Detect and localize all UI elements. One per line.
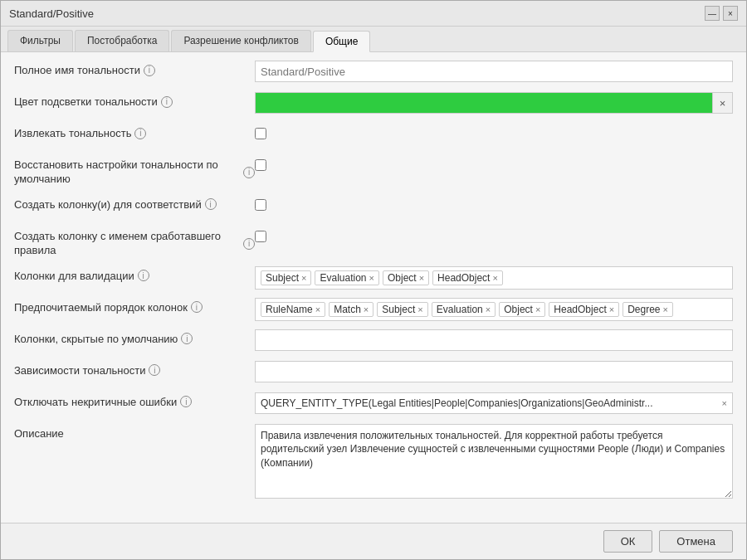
preferred-order-tags-container[interactable]: RuleName × Match × Subject × Evaluation … <box>255 298 733 321</box>
tag-object-validation-remove[interactable]: × <box>419 273 424 283</box>
create-cols-label: Создать колонку(и) для соответствий i <box>14 195 255 211</box>
tag-evaluation-validation[interactable]: Evaluation × <box>315 270 378 285</box>
reset-checkbox[interactable] <box>255 159 266 171</box>
tag-subject-order-remove[interactable]: × <box>417 304 422 314</box>
tag-headobject-validation-remove[interactable]: × <box>492 273 497 283</box>
tag-evaluation-order-remove[interactable]: × <box>486 304 491 314</box>
validation-tags-container[interactable]: Subject × Evaluation × Object × HeadObje… <box>255 266 733 290</box>
color-swatch[interactable] <box>255 92 713 114</box>
disable-errors-tag-container[interactable]: QUERY_ENTITY_TYPE(Legal Entities|People|… <box>255 392 733 414</box>
reset-control <box>255 155 733 171</box>
tag-match-order-remove[interactable]: × <box>364 304 369 314</box>
full-name-label: Полное имя тональности i <box>14 61 255 76</box>
tag-rulename-order-remove[interactable]: × <box>315 304 320 314</box>
tag-headobject-order-remove[interactable]: × <box>609 304 614 314</box>
tab-general[interactable]: Общие <box>313 31 370 52</box>
preferred-order-info-icon: i <box>191 301 203 313</box>
create-rule-col-checkbox[interactable] <box>255 231 266 242</box>
validation-control: Subject × Evaluation × Object × HeadObje… <box>255 266 733 290</box>
color-control: × <box>255 92 733 114</box>
preferred-order-label: Предпочитаемый порядок колонок i <box>14 298 255 314</box>
disable-errors-control: QUERY_ENTITY_TYPE(Legal Entities|People|… <box>255 392 733 414</box>
window-title: Standard/Positive <box>9 7 94 20</box>
tag-subject-order[interactable]: Subject × <box>377 302 427 317</box>
tag-match-order[interactable]: Match × <box>329 302 374 317</box>
tag-degree-order-remove[interactable]: × <box>663 304 668 314</box>
extract-label: Извлекать тональность i <box>14 124 255 139</box>
description-textarea[interactable]: Правила извлечения положительных тональн… <box>255 424 733 499</box>
hidden-cols-label: Колонки, скрытые по умолчанию i <box>14 329 255 345</box>
dependencies-info-icon: i <box>149 364 160 376</box>
color-info-icon: i <box>161 96 173 108</box>
color-row: Цвет подсветки тональности i × <box>14 92 733 115</box>
extract-info-icon: i <box>134 128 146 139</box>
create-rule-col-label: Создать колонку с именем сработавшего пр… <box>14 226 255 258</box>
disable-errors-clear[interactable]: × <box>722 398 727 408</box>
validation-row: Колонки для валидации i Subject × Evalua… <box>14 266 733 290</box>
description-row: Описание Правила извлечения положительны… <box>14 424 733 499</box>
cancel-button[interactable]: Отмена <box>659 530 733 553</box>
hidden-cols-row: Колонки, скрытые по умолчанию i <box>14 329 733 353</box>
tag-object-validation[interactable]: Object × <box>383 270 429 285</box>
color-clear-button[interactable]: × <box>713 92 733 114</box>
tab-bar: Фильтры Постобработка Разрешение конфлик… <box>1 27 746 52</box>
tag-object-order[interactable]: Object × <box>499 302 545 317</box>
minimize-button[interactable]: — <box>705 6 720 21</box>
full-name-input[interactable] <box>255 61 733 82</box>
create-cols-control <box>255 195 733 211</box>
tag-rulename-order[interactable]: RuleName × <box>261 302 325 317</box>
preferred-order-control: RuleName × Match × Subject × Evaluation … <box>255 298 733 321</box>
full-name-control <box>255 61 733 82</box>
hidden-cols-tags-container[interactable] <box>255 329 733 351</box>
ok-button[interactable]: ОК <box>603 530 653 553</box>
tag-subject-validation[interactable]: Subject × <box>261 270 311 285</box>
title-bar: Standard/Positive — × <box>1 1 746 27</box>
tab-filters[interactable]: Фильтры <box>7 30 73 51</box>
extract-control <box>255 124 733 139</box>
hidden-cols-control <box>255 329 733 351</box>
validation-info-icon: i <box>138 270 149 281</box>
reset-row: Восстановить настройки тональности по ум… <box>14 155 733 187</box>
description-control: Правила извлечения положительных тональн… <box>255 424 733 499</box>
extract-row: Извлекать тональность i <box>14 124 733 147</box>
reset-label: Восстановить настройки тональности по ум… <box>14 155 255 187</box>
extract-checkbox[interactable] <box>255 128 266 139</box>
color-label: Цвет подсветки тональности i <box>14 92 255 108</box>
footer: ОК Отмена <box>1 523 746 559</box>
tag-evaluation-order[interactable]: Evaluation × <box>432 302 496 317</box>
dependencies-control <box>255 361 733 382</box>
disable-errors-value: QUERY_ENTITY_TYPE(Legal Entities|People|… <box>261 397 717 409</box>
color-row-inner: × <box>255 92 733 114</box>
tag-headobject-validation[interactable]: HeadObject × <box>432 270 503 285</box>
tag-degree-order[interactable]: Degree × <box>622 302 673 317</box>
title-bar-controls: — × <box>705 6 738 21</box>
dialog: Standard/Positive — × Фильтры Постобрабо… <box>0 0 747 560</box>
tag-object-order-remove[interactable]: × <box>535 304 540 314</box>
disable-errors-info-icon: i <box>180 396 192 407</box>
form-content: Полное имя тональности i Цвет подсветки … <box>1 52 746 523</box>
reset-info-icon: i <box>243 167 255 178</box>
create-rule-col-info-icon: i <box>243 238 255 250</box>
preferred-order-row: Предпочитаемый порядок колонок i RuleNam… <box>14 298 733 321</box>
close-button[interactable]: × <box>723 6 738 21</box>
tag-headobject-order[interactable]: HeadObject × <box>549 302 619 317</box>
dependencies-tags-container[interactable] <box>255 361 733 382</box>
dependencies-row: Зависимости тональности i <box>14 361 733 384</box>
tag-evaluation-validation-remove[interactable]: × <box>369 273 374 283</box>
full-name-row: Полное имя тональности i <box>14 61 733 84</box>
disable-errors-label: Отключать некритичные ошибки i <box>14 392 255 408</box>
hidden-cols-info-icon: i <box>181 333 193 344</box>
create-cols-info-icon: i <box>205 198 217 210</box>
disable-errors-row: Отключать некритичные ошибки i QUERY_ENT… <box>14 392 733 416</box>
description-label: Описание <box>14 424 255 440</box>
tag-subject-validation-remove[interactable]: × <box>301 273 306 283</box>
validation-label: Колонки для валидации i <box>14 266 255 282</box>
tab-postprocess[interactable]: Постобработка <box>75 30 170 51</box>
tab-conflict[interactable]: Разрешение конфликтов <box>171 30 310 51</box>
create-rule-col-row: Создать колонку с именем сработавшего пр… <box>14 226 733 258</box>
create-cols-row: Создать колонку(и) для соответствий i <box>14 195 733 218</box>
create-rule-col-control <box>255 226 733 242</box>
create-cols-checkbox[interactable] <box>255 199 266 211</box>
full-name-info-icon: i <box>144 65 155 76</box>
dependencies-label: Зависимости тональности i <box>14 361 255 377</box>
